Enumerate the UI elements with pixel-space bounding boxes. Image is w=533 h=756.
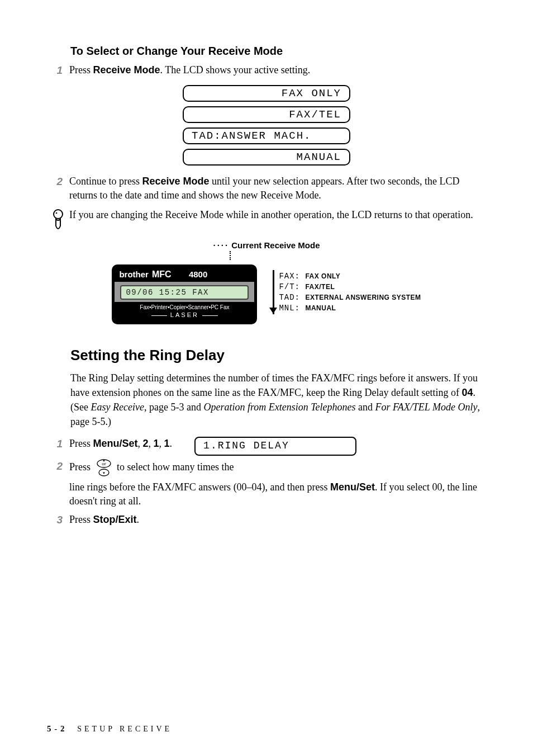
- step-body: Press Menu/Set, 2, 1, 1. 1.RING DELAY: [69, 437, 486, 455]
- text: .: [137, 514, 140, 525]
- device-subline: Fax•Printer•Copier•Scanner•PC Fax: [115, 302, 254, 311]
- text: and: [356, 401, 375, 413]
- caption-text: Current Receive Mode: [231, 240, 320, 250]
- text: Continue to press: [69, 176, 142, 187]
- step-number: 1: [47, 63, 69, 78]
- subsection-title: To Select or Change Your Receive Mode: [70, 45, 486, 58]
- svg-text:▼: ▼: [102, 471, 106, 475]
- legend-key: FAX: [279, 272, 294, 281]
- mfc-logo-icon: MFC: [152, 270, 185, 280]
- legend-value: EXTERNAL ANSWERING SYSTEM: [305, 294, 421, 301]
- xref: Easy Receive: [91, 401, 144, 413]
- up-down-or-icon: or ▲ ▼: [96, 459, 112, 477]
- legend-key: TAD: [279, 293, 294, 302]
- figure-caption: ····Current Receive Mode: [213, 240, 320, 250]
- lcd-display: FAX ONLY: [183, 85, 350, 102]
- svg-text:MFC: MFC: [152, 270, 172, 279]
- svg-text:▲: ▲: [102, 459, 106, 462]
- page-footer: 5 - 2 SETUP RECEIVE: [47, 724, 172, 734]
- device-illustration: brother MFC 4800 09/06 15:25 FAX Fax•Pri…: [112, 264, 257, 324]
- svg-point-1: [56, 212, 58, 214]
- key-label: 2: [143, 438, 149, 449]
- text: Press: [69, 64, 93, 75]
- legend-key: MNL: [279, 304, 294, 313]
- step-number: 2: [47, 459, 69, 474]
- device-lcd: 09/06 15:25 FAX: [120, 285, 249, 300]
- lcd-display: 1.RING DELAY: [194, 437, 356, 455]
- text: . The LCD shows your active setting.: [160, 64, 311, 75]
- lcd-display: TAD:ANSWER MACH.: [183, 127, 350, 144]
- legend-value: FAX/TEL: [305, 283, 335, 291]
- svg-point-0: [54, 210, 63, 219]
- text: ,: [149, 438, 154, 449]
- legend-key: F/T: [279, 282, 294, 291]
- legend-value: MANUAL: [305, 304, 336, 312]
- step-body: Press Stop/Exit.: [69, 513, 486, 527]
- mode-legend: FAX: FAX ONLY F/T: FAX/TEL TAD: EXTERNAL…: [273, 270, 421, 314]
- text: ,: [138, 438, 143, 449]
- arrow-down-icon: [269, 308, 277, 314]
- legend-value: FAX ONLY: [305, 272, 340, 280]
- paragraph: The Ring Delay setting determines the nu…: [70, 371, 486, 429]
- lcd-stack: FAX ONLY FAX/TEL TAD:ANSWER MACH. MANUAL: [183, 85, 350, 166]
- key-label: 1: [164, 438, 170, 449]
- key-label: 1: [154, 438, 159, 449]
- dotted-lead-vertical: [230, 251, 231, 260]
- note-icon: [47, 208, 69, 231]
- text: line rings before the FAX/MFC answers (0…: [69, 481, 330, 493]
- device-brand: brother: [119, 270, 149, 279]
- chapter-title: SETUP RECEIVE: [77, 725, 172, 733]
- text: .: [170, 438, 173, 449]
- step-number: 1: [47, 437, 69, 452]
- step-body: Continue to press Receive Mode until you…: [69, 174, 486, 202]
- xref: For FAX/TEL Mode Only: [375, 401, 478, 413]
- device-laser-label: LASER: [115, 311, 254, 322]
- xref: Operation from Extension Telephones: [203, 401, 355, 413]
- text: The Ring Delay setting determines the nu…: [70, 372, 478, 398]
- page-number: 5 - 2: [47, 724, 65, 733]
- key-label: Stop/Exit: [93, 514, 137, 525]
- key-label: Menu/Set: [330, 481, 375, 493]
- value-bold: 04: [462, 387, 473, 398]
- text: ,: [159, 438, 164, 449]
- section-heading: Setting the Ring Delay: [70, 347, 486, 364]
- text: Press: [69, 461, 93, 472]
- step-body: Press Receive Mode. The LCD shows your a…: [69, 63, 486, 77]
- key-label: Menu/Set: [93, 438, 138, 449]
- text: Press: [69, 438, 93, 449]
- text: Press: [69, 514, 93, 525]
- step-number: 2: [47, 174, 69, 190]
- text: , page 5-3 and: [144, 401, 203, 413]
- device-model: 4800: [189, 270, 207, 279]
- key-label: Receive Mode: [142, 176, 210, 187]
- lcd-display: FAX/TEL: [183, 106, 350, 123]
- note-text: If you are changing the Receive Mode whi…: [69, 208, 486, 222]
- dotted-lead-horizontal: ····: [213, 240, 229, 250]
- text: to select how many times the: [117, 461, 234, 472]
- key-label: Receive Mode: [93, 64, 160, 75]
- step-body: Press or ▲ ▼ to select how many times th…: [69, 459, 486, 508]
- step-number: 3: [47, 513, 69, 528]
- lcd-display: MANUAL: [183, 149, 350, 166]
